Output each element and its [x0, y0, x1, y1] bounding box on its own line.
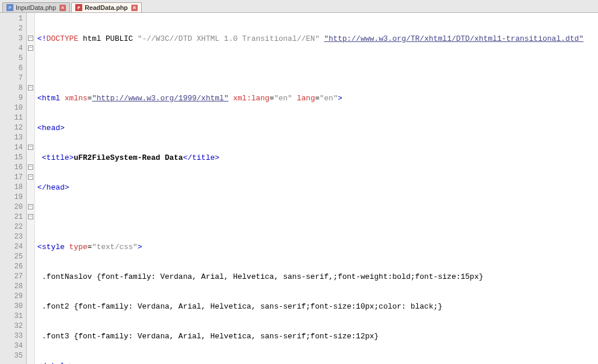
- code-token: "en": [274, 94, 292, 103]
- code-token: =: [88, 243, 92, 251]
- line-number: 12: [1, 123, 23, 133]
- fold-toggle-icon[interactable]: −: [28, 85, 33, 90]
- line-number: 10: [1, 103, 23, 113]
- line-number: 18: [1, 183, 23, 192]
- fold-cell: [27, 181, 34, 191]
- fold-toggle-icon[interactable]: −: [28, 46, 33, 51]
- line-number: 13: [1, 133, 23, 143]
- line-number: 27: [1, 272, 23, 282]
- fold-cell: [27, 13, 34, 23]
- line-number: 17: [1, 173, 23, 183]
- fold-cell: −: [27, 162, 34, 172]
- fold-toggle-icon[interactable]: −: [28, 164, 33, 170]
- line-number: 29: [1, 292, 23, 302]
- fold-cell: −: [27, 33, 34, 43]
- code-token: <!: [37, 34, 47, 43]
- line-number: 22: [1, 222, 23, 232]
- fold-toggle-icon[interactable]: −: [28, 145, 33, 150]
- tab-readdata[interactable]: P ReadData.php ✕: [71, 2, 142, 12]
- line-number: 2: [1, 24, 23, 34]
- line-number: 14: [1, 143, 23, 153]
- code-token: [320, 34, 324, 43]
- line-number-gutter: 1234567891011121314151617181920212223242…: [0, 13, 27, 364]
- line-number: 19: [1, 192, 23, 202]
- code-token: <html: [37, 94, 65, 103]
- line-number: 11: [1, 113, 23, 123]
- code-token: .font3 {font-family: Verdana, Arial, Hel…: [37, 332, 379, 341]
- code-token: <title>: [37, 153, 74, 162]
- fold-cell: −: [27, 142, 34, 152]
- line-number: 34: [1, 341, 23, 351]
- line-number: 5: [1, 54, 23, 64]
- fold-cell: −: [27, 82, 34, 92]
- fold-cell: [27, 191, 34, 201]
- editor-area: 1234567891011121314151617181920212223242…: [0, 13, 598, 364]
- line-number: 32: [1, 321, 23, 331]
- fold-toggle-icon[interactable]: −: [28, 174, 33, 180]
- fold-cell: −: [27, 43, 34, 52]
- line-number: 24: [1, 242, 23, 252]
- fold-cell: [27, 231, 34, 241]
- code-token: "-//W3C//DTD XHTML 1.0 Transitional//EN": [138, 34, 320, 43]
- fold-cell: [27, 300, 34, 310]
- code-area[interactable]: <!DOCTYPE html PUBLIC "-//W3C//DTD XHTML…: [35, 13, 598, 364]
- code-token: </head>: [37, 183, 69, 192]
- fold-toggle-icon[interactable]: −: [28, 214, 33, 219]
- fold-column: −−−−−−−−: [27, 13, 35, 364]
- fold-cell: [27, 122, 34, 132]
- line-number: 1: [1, 14, 23, 24]
- close-icon[interactable]: ✕: [60, 5, 66, 11]
- fold-cell: [27, 62, 34, 72]
- code-token: html PUBLIC: [78, 34, 137, 43]
- code-token: =: [88, 94, 92, 103]
- code-token: type: [69, 243, 88, 251]
- line-number: 4: [1, 44, 23, 54]
- fold-cell: −: [27, 172, 34, 181]
- line-number: 7: [1, 74, 23, 83]
- fold-cell: [27, 271, 34, 281]
- close-icon[interactable]: ✕: [131, 5, 138, 11]
- line-number: 16: [1, 163, 23, 173]
- fold-toggle-icon[interactable]: −: [28, 204, 33, 209]
- fold-cell: [27, 152, 34, 162]
- line-number: 33: [1, 331, 23, 341]
- fold-cell: [27, 330, 34, 340]
- line-number: 6: [1, 64, 23, 74]
- fold-cell: −: [27, 211, 34, 221]
- fold-cell: [27, 310, 34, 320]
- tab-label: ReadData.php: [85, 4, 128, 11]
- fold-cell: [27, 281, 34, 290]
- line-number: 30: [1, 302, 23, 312]
- file-php-icon: P: [75, 4, 82, 11]
- line-number: 28: [1, 282, 23, 292]
- fold-cell: [27, 92, 34, 102]
- file-php-icon: P: [6, 4, 13, 11]
- fold-cell: [27, 251, 34, 261]
- code-token: .fontNaslov {font-family: Verdana, Arial…: [37, 272, 484, 281]
- code-token: =: [270, 94, 274, 103]
- code-token: xml:lang: [229, 94, 270, 103]
- code-token: uFR2FileSystem-Read Data: [74, 153, 183, 162]
- code-token: .font2 {font-family: Verdana, Arial, Hel…: [37, 302, 442, 311]
- line-number: 8: [1, 83, 23, 93]
- line-number: 23: [1, 232, 23, 242]
- line-number: 3: [1, 34, 23, 44]
- code-token: DOCTYPE: [47, 34, 79, 43]
- line-number: 15: [1, 153, 23, 163]
- fold-cell: [27, 102, 34, 112]
- fold-cell: [27, 340, 34, 350]
- fold-cell: [27, 261, 34, 271]
- code-token: <style: [37, 243, 69, 251]
- line-number: 9: [1, 93, 23, 103]
- fold-toggle-icon[interactable]: −: [28, 36, 33, 41]
- tab-inputdata[interactable]: P InputData.php ✕: [2, 2, 70, 12]
- fold-cell: [27, 132, 34, 142]
- line-number: 21: [1, 212, 23, 222]
- code-token: "http://www.w3.org/TR/xhtml1/DTD/xhtml1-…: [324, 34, 584, 43]
- fold-cell: [27, 350, 34, 360]
- code-token: <head>: [37, 124, 65, 132]
- code-token: >: [138, 243, 142, 251]
- line-number: 26: [1, 262, 23, 272]
- line-number: 20: [1, 202, 23, 212]
- line-number: 25: [1, 252, 23, 262]
